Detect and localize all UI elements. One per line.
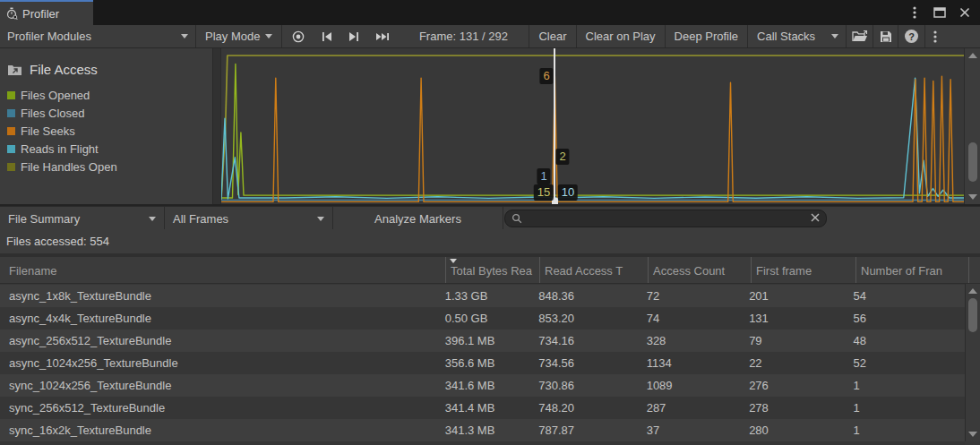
table-cell: async_4x4k_TextureBundle [0,307,443,329]
clear-on-play-button[interactable]: Clear on Play [576,25,665,47]
clear-search-icon[interactable] [811,213,820,224]
close-icon[interactable] [959,6,971,19]
call-stacks-label: Call Stacks [757,30,815,43]
scroll-up-icon[interactable] [968,288,977,294]
chart-series-file-seeks [221,76,965,201]
legend-item-file-seeks[interactable]: File Seeks [7,122,117,140]
call-stacks-button[interactable]: Call Stacks [747,25,824,47]
profiler-modules-dropdown[interactable]: Profiler Modules [0,25,195,47]
column-header-first-frame[interactable]: First frame [751,257,855,283]
column-header-total-bytes-rea[interactable]: Total Bytes Rea [445,257,539,283]
chevron-down-icon [149,217,156,221]
scroll-down-icon[interactable] [968,432,977,437]
file-access-icon [7,64,22,76]
help-button[interactable]: ? [898,25,924,47]
legend-swatch [7,109,15,117]
panel-chart-divider [212,48,220,204]
chart-scrollbar[interactable] [964,48,980,204]
table-cell: 278 [747,397,851,419]
module-title: File Access [30,62,98,77]
column-header-label: First frame [756,264,812,278]
table-cell: 396.1 MB [443,329,537,352]
previous-frame-button[interactable] [314,25,340,47]
profiler-stopwatch-icon [5,7,18,20]
chart-scrollbar-thumb[interactable] [968,142,977,182]
table-cell: 341.4 MB [443,397,537,419]
table-row[interactable]: async_1024x256_TextureBundle356.6 MB734.… [0,352,965,374]
chart-canvas [221,48,965,204]
column-header-filename[interactable]: Filename [0,257,445,283]
call-stacks-dropdown-button[interactable] [824,25,846,47]
legend-item-reads-in-flight[interactable]: Reads in Flight [7,140,117,158]
table-cell: 72 [645,285,747,307]
clear-button[interactable]: Clear [529,25,575,47]
step-forward-icon [347,30,361,43]
legend-swatch [7,127,15,135]
column-header-access-count[interactable]: Access Count [648,257,751,283]
table-cell: 853.20 [537,307,644,329]
record-button[interactable] [281,25,314,47]
column-header-read-access-t[interactable]: Read Access T [539,257,648,283]
play-mode-label: Play Mode [205,30,260,43]
tab-profiler[interactable]: Profiler [0,0,93,25]
frame-counter: Frame: 131 / 292 [398,25,529,47]
table-cell: sync_16x2k_TextureBundle [0,419,443,441]
table-cell: async_1x8k_TextureBundle [0,285,443,307]
column-header-number-of-fran[interactable]: Number of Fran [855,257,969,283]
current-frame-button[interactable] [367,25,398,47]
table-cell: 848.36 [537,285,644,307]
legend-item-files-closed[interactable]: Files Closed [7,104,117,122]
frame-marker-label: 6 [539,68,553,84]
skip-forward-icon [374,30,391,43]
deep-profile-button[interactable]: Deep Profile [665,25,748,47]
details-toolbar: File Summary All Frames Analyze Markers [0,206,980,229]
scroll-down-icon[interactable] [968,194,977,200]
load-profile-button[interactable] [846,25,873,47]
analyze-markers-button[interactable]: Analyze Markers [333,207,503,230]
table-cell: 1.33 GB [443,285,537,307]
scroll-up-icon[interactable] [968,53,977,58]
file-access-chart[interactable]: 6211510 [220,48,964,204]
maximize-icon[interactable] [933,6,946,19]
play-mode-dropdown[interactable]: Play Mode [195,25,281,47]
chart-series-reads-in-flight [221,78,965,200]
table-cell: 280 [747,419,851,441]
selected-frame-line[interactable] [554,48,555,204]
profiler-modules-label: Profiler Modules [7,30,91,43]
table-cell: 356.6 MB [443,352,537,374]
search-input[interactable] [527,212,806,226]
table-cell: 341.6 MB [443,374,537,397]
table-cell: 276 [747,374,851,397]
save-profile-button[interactable] [873,25,898,47]
tab-menu-kebab-icon[interactable] [908,6,921,19]
table-cell: 287 [645,397,747,419]
frame-marker-label: 10 [558,184,578,201]
table-cell: async_256x512_TextureBundle [0,329,443,352]
table-row[interactable]: sync_256x512_TextureBundle341.4 MB748.20… [0,397,965,419]
table-cell: 748.20 [537,397,644,419]
table-cell: 52 [852,352,965,374]
legend-item-files-opened[interactable]: Files Opened [7,86,117,104]
table-scrollbar[interactable] [965,284,980,441]
search-field[interactable] [504,210,827,227]
table-cell: sync_256x512_TextureBundle [0,397,443,419]
table-row[interactable]: async_1x8k_TextureBundle1.33 GB848.36722… [0,285,965,307]
table-cell: 341.3 MB [443,419,537,441]
column-header-label: Read Access T [545,264,623,278]
next-frame-button[interactable] [340,25,367,47]
table-row[interactable]: async_256x512_TextureBundle396.1 MB734.1… [0,329,965,352]
legend-item-file-handles-open[interactable]: File Handles Open [7,158,117,175]
toolbar-menu-kebab-icon[interactable] [924,25,944,47]
all-frames-dropdown[interactable]: All Frames [165,207,333,230]
file-summary-dropdown[interactable]: File Summary [0,207,165,230]
frame-counter-label: Frame: 131 / 292 [419,30,508,43]
table-row[interactable]: sync_16x2k_TextureBundle341.3 MB787.8737… [0,419,965,441]
table-cell: 328 [645,329,747,352]
table-row[interactable]: async_4x4k_TextureBundle0.50 GB853.20741… [0,307,965,329]
table-cell: 734.56 [537,352,644,374]
column-header-label: Access Count [653,264,725,278]
table-row[interactable]: sync_1024x256_TextureBundle341.6 MB730.8… [0,374,965,397]
table-scrollbar-thumb[interactable] [968,298,977,332]
table-cell: 1 [852,374,965,397]
module-panel-file-access[interactable]: File Access Files OpenedFiles ClosedFile… [0,48,212,204]
